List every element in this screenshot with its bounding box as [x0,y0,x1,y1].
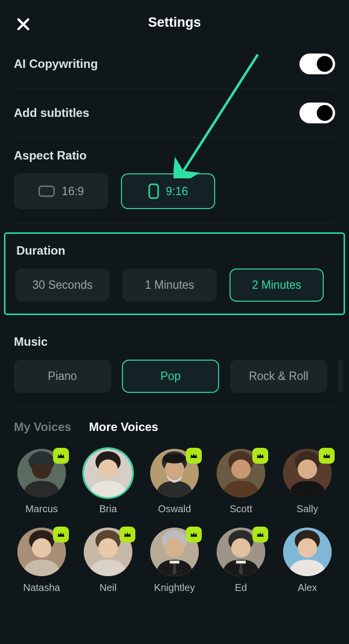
crown-icon [189,530,198,539]
voice-marcus[interactable]: Marcus [14,449,69,515]
avatar-wrap [150,528,199,576]
svg-point-9 [98,460,117,479]
svg-rect-6 [34,453,49,462]
crown-icon [256,451,265,460]
crown-icon [322,451,331,460]
music-option-pop[interactable]: Pop [122,360,219,393]
voice-name: Alex [298,582,317,593]
avatar [84,449,132,497]
duration-option-label: 2 Minutes [252,278,301,292]
close-icon [15,16,32,33]
avatar-wrap [17,528,66,576]
music-options: Piano Pop Rock & Roll [14,360,335,393]
music-option-rock[interactable]: Rock & Roll [230,360,327,393]
voice-name: Scott [230,503,252,515]
header: Settings [0,0,349,40]
portrait-icon [148,183,159,199]
duration-options: 30 Seconds 1 Minutes 2 Minutes [15,268,334,302]
voice-name: Neil [100,582,116,593]
add-subtitles-toggle[interactable] [299,103,335,123]
toggle-knob [317,56,333,72]
svg-point-19 [297,460,317,479]
page-title: Settings [148,15,201,30]
premium-badge [319,448,335,464]
voice-name: Natasha [23,582,60,593]
premium-badge [186,527,202,542]
svg-point-25 [98,538,117,558]
voice-oswald[interactable]: Oswald [147,449,202,515]
svg-rect-29 [170,561,179,564]
voice-neil[interactable]: Neil [80,528,136,593]
premium-badge [53,527,69,542]
music-option-label: Pop [161,370,181,383]
voice-name: Knightley [154,582,195,593]
landscape-icon [38,185,55,197]
section-duration-wrapper: Duration 30 Seconds 1 Minutes 2 Minutes [14,223,335,324]
voice-alex[interactable]: Alex [280,528,335,593]
add-subtitles-label: Add subtitles [14,106,89,120]
voice-knightley[interactable]: Knightley [147,528,202,593]
section-music: Music Piano Pop Rock & Roll [14,324,335,407]
svg-rect-0 [39,186,54,196]
duration-option-30s[interactable]: 30 Seconds [15,268,110,302]
duration-option-label: 30 Seconds [32,278,92,292]
voice-name: Oswald [158,503,191,515]
music-option-label: Rock & Roll [249,370,308,383]
crown-icon [256,530,265,539]
voice-name: Sally [296,503,318,515]
voice-bria[interactable]: Bria [80,449,136,515]
svg-point-36 [297,538,317,558]
aspect-option-16-9[interactable]: 16:9 [14,173,108,209]
row-ai-copywriting: AI Copywriting [14,40,335,89]
tab-more-voices[interactable]: More Voices [89,420,159,434]
duration-title: Duration [16,244,334,258]
voice-tabs: My Voices More Voices [14,407,335,438]
music-option-label: Piano [48,370,77,383]
premium-badge [252,527,268,542]
aspect-option-9-16[interactable]: 9:16 [121,173,215,209]
toggle-knob [317,105,333,121]
crown-icon [57,451,65,460]
duration-highlight-box: Duration 30 Seconds 1 Minutes 2 Minutes [4,232,345,315]
row-add-subtitles: Add subtitles [14,89,335,138]
voice-sally[interactable]: Sally [280,449,335,515]
avatar-wrap [150,449,199,497]
avatar-wrap [17,449,66,497]
ai-copywriting-label: AI Copywriting [14,57,98,71]
avatar [283,528,332,576]
svg-point-16 [231,460,250,479]
voice-name: Marcus [25,503,58,515]
svg-point-32 [231,538,250,558]
avatar-wrap [217,528,265,576]
ai-copywriting-toggle[interactable] [299,54,335,74]
section-aspect-ratio: Aspect Ratio 16:9 9:16 [14,138,335,223]
svg-point-22 [32,538,51,558]
premium-badge [119,527,135,542]
duration-option-label: 1 Minutes [145,278,194,292]
music-title: Music [14,335,335,349]
tab-my-voices[interactable]: My Voices [14,420,71,434]
premium-badge [186,448,202,464]
crown-icon [57,530,65,539]
voice-scott[interactable]: Scott [213,449,269,515]
avatar-wrap [283,449,332,497]
avatar-wrap [217,449,265,497]
voice-natasha[interactable]: Natasha [14,528,69,593]
duration-option-2m[interactable]: 2 Minutes [230,268,324,302]
music-option-piano[interactable]: Piano [14,360,111,393]
voices-grid: Marcus Bria Oswald Scott Sally Natasha [14,438,335,593]
aspect-ratio-title: Aspect Ratio [14,149,335,162]
close-button[interactable] [15,16,32,33]
avatar-wrap [84,449,132,497]
aspect-option-label: 9:16 [166,185,188,198]
voice-ed[interactable]: Ed [213,528,269,593]
svg-point-13 [163,454,186,464]
voice-name: Ed [235,582,247,593]
avatar-wrap [84,528,132,576]
music-option-overflow[interactable] [338,360,343,393]
avatar-wrap [283,528,332,576]
svg-rect-1 [149,184,158,198]
duration-option-1m[interactable]: 1 Minutes [122,268,217,302]
aspect-option-label: 16:9 [62,185,84,198]
svg-point-28 [165,538,184,558]
